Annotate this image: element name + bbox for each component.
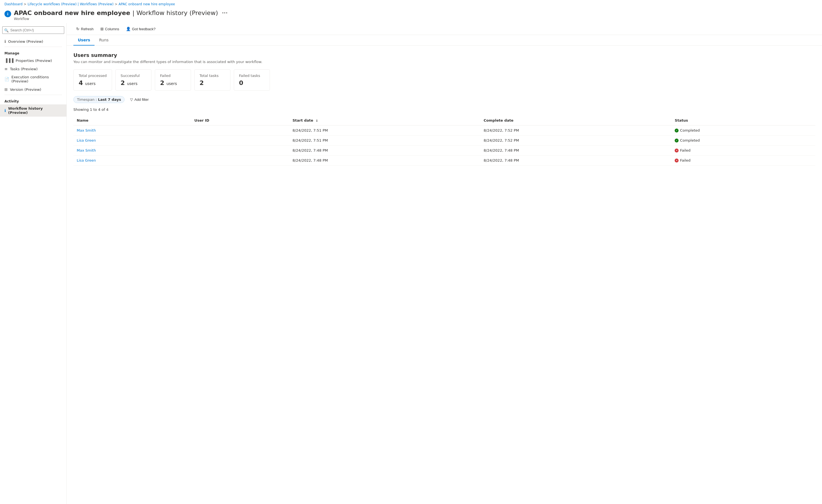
card-failed-value: 2 users	[160, 79, 186, 86]
main-content: ↻ Refresh ⊞ Columns 👤 Got feedback? User…	[67, 23, 822, 504]
col-start-date[interactable]: Start date ↓	[289, 116, 480, 126]
card-failed-tasks-label: Failed tasks	[239, 74, 265, 78]
sidebar-item-workflow-history-label: Workflow history (Preview)	[8, 106, 62, 115]
table-row: Lisa Green8/24/2022, 7:48 PM8/24/2022, 7…	[73, 156, 815, 166]
page-subtitle: Workflow	[14, 17, 229, 21]
filter-icon: ▽	[130, 97, 133, 102]
user-id-cell	[191, 146, 289, 156]
feedback-label: Got feedback?	[132, 27, 156, 31]
card-successful-value: 2 users	[121, 79, 146, 86]
properties-icon: ▐▐▐	[4, 58, 13, 63]
section-title: Users summary	[73, 52, 815, 58]
breadcrumb-dashboard[interactable]: Dashboard	[4, 2, 22, 6]
tab-runs[interactable]: Runs	[94, 35, 113, 46]
ellipsis-button[interactable]: ···	[220, 9, 229, 16]
version-icon: ⊞	[4, 87, 8, 92]
col-user-id: User ID	[191, 116, 289, 126]
breadcrumb-lifecycle[interactable]: Lifecycle workflows (Preview) | Workflow…	[27, 2, 113, 6]
col-status: Status	[671, 116, 815, 126]
completed-icon	[675, 129, 679, 132]
page-header: i APAC onboard new hire employee | Workf…	[0, 8, 822, 23]
timespan-label: Timespan	[77, 97, 94, 102]
complete-date-cell: 8/24/2022, 7:52 PM	[480, 136, 672, 146]
card-successful-label: Successful	[121, 74, 146, 78]
status-label: Failed	[680, 158, 691, 162]
page-title: APAC onboard new hire employee | Workflo…	[14, 9, 229, 16]
summary-cards: Total processed 4 users Successful 2 use…	[73, 69, 815, 91]
execution-icon: 📄	[4, 77, 9, 81]
info-icon: ℹ️	[4, 39, 6, 44]
sidebar-item-version-label: Version (Preview)	[10, 87, 41, 92]
feedback-icon: 👤	[126, 27, 131, 31]
status-label: Completed	[680, 128, 700, 132]
user-name-link[interactable]: Lisa Green	[77, 158, 96, 162]
columns-label: Columns	[105, 27, 119, 31]
user-name-link[interactable]: Lisa Green	[77, 138, 96, 142]
sidebar-manage-label: Manage	[0, 48, 66, 56]
failed-icon	[675, 149, 679, 152]
card-total-processed: Total processed 4 users	[73, 69, 112, 91]
sidebar-activity-label: Activity	[0, 96, 66, 104]
table-row: Max Smith8/24/2022, 7:51 PM8/24/2022, 7:…	[73, 126, 815, 136]
card-total-processed-label: Total processed	[79, 74, 107, 78]
add-filter-button[interactable]: ▽ Add filter	[127, 96, 152, 103]
user-id-cell	[191, 156, 289, 166]
sidebar-item-properties-label: Properties (Preview)	[16, 59, 52, 63]
tab-users[interactable]: Users	[73, 35, 94, 46]
sidebar-item-execution-label: Execution conditions (Preview)	[11, 75, 62, 83]
users-table: Name User ID Start date ↓ Complete date	[73, 116, 815, 166]
card-total-processed-value: 4 users	[79, 79, 107, 86]
refresh-label: Refresh	[81, 27, 94, 31]
start-date-cell: 8/24/2022, 7:48 PM	[289, 146, 480, 156]
columns-button[interactable]: ⊞ Columns	[97, 25, 122, 32]
tabs: Users Runs	[67, 35, 822, 46]
add-filter-label: Add filter	[134, 97, 148, 102]
col-name: Name	[73, 116, 191, 126]
sidebar-divider-1	[4, 47, 62, 47]
sidebar-item-overview-label: Overview (Preview)	[8, 39, 43, 44]
complete-date-cell: 8/24/2022, 7:52 PM	[480, 126, 672, 136]
refresh-button[interactable]: ↻ Refresh	[73, 25, 96, 32]
card-total-tasks-value: 2	[199, 79, 225, 86]
start-date-cell: 8/24/2022, 7:51 PM	[289, 126, 480, 136]
card-failed: Failed 2 users	[155, 69, 191, 91]
sidebar-item-overview[interactable]: ℹ️ Overview (Preview)	[0, 37, 66, 46]
sidebar-item-tasks-label: Tasks (Preview)	[10, 67, 38, 71]
sidebar-divider-2	[4, 95, 62, 95]
search-icon: 🔍	[4, 28, 9, 32]
status-cell: Failed	[671, 156, 815, 166]
tasks-icon: ≡	[4, 67, 8, 71]
sidebar-item-properties[interactable]: ▐▐▐ Properties (Preview)	[0, 56, 66, 65]
card-successful: Successful 2 users	[115, 69, 151, 91]
sidebar-item-execution[interactable]: 📄 Execution conditions (Preview)	[0, 73, 66, 85]
status-label: Failed	[680, 148, 691, 152]
search-input[interactable]	[2, 26, 64, 34]
page-icon: i	[4, 11, 11, 17]
status-cell: Completed	[671, 126, 815, 136]
feedback-button[interactable]: 👤 Got feedback?	[123, 25, 158, 32]
breadcrumb: Dashboard > Lifecycle workflows (Preview…	[0, 0, 822, 8]
columns-icon: ⊞	[100, 27, 104, 31]
completed-icon	[675, 139, 679, 142]
toolbar: ↻ Refresh ⊞ Columns 👤 Got feedback?	[67, 23, 822, 35]
status-cell: Failed	[671, 146, 815, 156]
card-failed-tasks: Failed tasks 0	[234, 69, 270, 91]
filter-bar: Timespan : Last 7 days ▽ Add filter	[73, 96, 815, 103]
breadcrumb-apac[interactable]: APAC onboard new hire employee	[119, 2, 175, 6]
table-row: Max Smith8/24/2022, 7:48 PM8/24/2022, 7:…	[73, 146, 815, 156]
user-name-link[interactable]: Max Smith	[77, 148, 96, 152]
complete-date-cell: 8/24/2022, 7:48 PM	[480, 156, 672, 166]
user-name-link[interactable]: Max Smith	[77, 128, 96, 132]
sidebar-item-tasks[interactable]: ≡ Tasks (Preview)	[0, 65, 66, 73]
timespan-value: Last 7 days	[98, 97, 121, 102]
timespan-filter[interactable]: Timespan : Last 7 days	[73, 96, 124, 103]
status-label: Completed	[680, 138, 700, 142]
refresh-icon: ↻	[76, 27, 79, 31]
card-failed-label: Failed	[160, 74, 186, 78]
table-row: Lisa Green8/24/2022, 7:51 PM8/24/2022, 7…	[73, 136, 815, 146]
content-area: Users summary You can monitor and invest…	[67, 46, 822, 172]
start-date-cell: 8/24/2022, 7:48 PM	[289, 156, 480, 166]
workflow-history-icon: ℹ️	[4, 108, 6, 113]
sidebar-item-workflow-history[interactable]: ℹ️ Workflow history (Preview)	[0, 104, 66, 117]
sidebar-item-version[interactable]: ⊞ Version (Preview)	[0, 85, 66, 94]
